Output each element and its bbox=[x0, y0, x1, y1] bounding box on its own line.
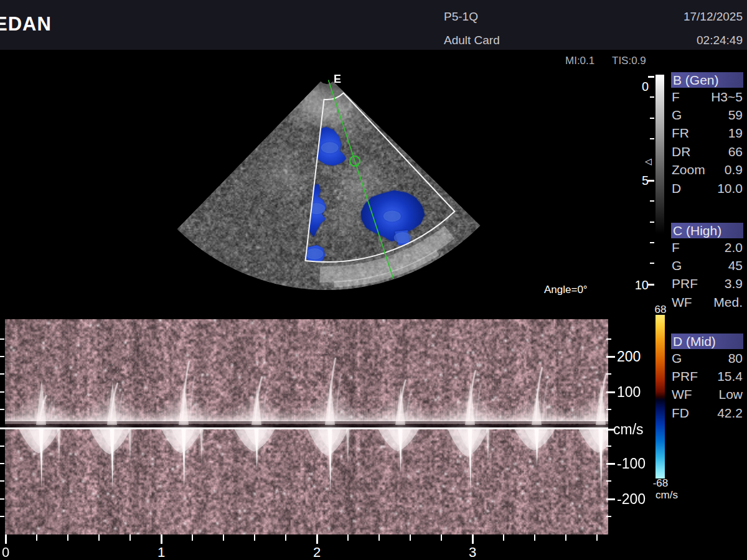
param-value: Low bbox=[718, 387, 743, 402]
param-label: WF bbox=[672, 387, 692, 402]
depth-major-tick bbox=[648, 180, 654, 182]
param-label: WF bbox=[672, 295, 692, 310]
velocity-left-tick bbox=[0, 356, 4, 357]
time-major-tick bbox=[472, 534, 474, 544]
velocity-label-200: 200 bbox=[617, 348, 641, 365]
system-time: 02:24:49 bbox=[697, 34, 743, 47]
time-minor-tick bbox=[192, 534, 193, 541]
velocity-left-tick bbox=[0, 516, 4, 517]
depth-label-0: 0 bbox=[627, 80, 649, 94]
time-label-3: 3 bbox=[469, 544, 476, 560]
velocity-minor-tick bbox=[606, 373, 611, 375]
param-label: G bbox=[672, 351, 682, 366]
spectral-doppler-trace[interactable] bbox=[5, 319, 608, 534]
velocity-left-tick bbox=[0, 338, 4, 340]
param-value: 42.2 bbox=[717, 406, 743, 421]
param-value: 2.0 bbox=[725, 240, 743, 255]
depth-minor-tick bbox=[650, 242, 654, 243]
ultrasound-screen: EDAN P5-1Q Adult Card 17/12/2025 02:24:4… bbox=[0, 0, 747, 560]
bmode-image[interactable] bbox=[159, 61, 495, 301]
param-c-f: F2.0 bbox=[671, 238, 743, 256]
param-d-prf: PRF15.4 bbox=[671, 367, 743, 385]
velocity-left-tick bbox=[0, 480, 4, 482]
time-minor-tick bbox=[596, 534, 598, 541]
panel-d: D (Mid)G80PRF15.4WFLowFD42.2 bbox=[671, 334, 743, 422]
depth-minor-tick bbox=[650, 222, 654, 223]
velocity-major-tick bbox=[606, 356, 615, 358]
depth-minor-tick bbox=[650, 138, 654, 139]
orientation-marker: E bbox=[334, 73, 341, 86]
param-label: F bbox=[672, 90, 680, 105]
param-b-g: G59 bbox=[671, 106, 743, 124]
velocity-left-tick bbox=[0, 446, 4, 447]
velocity-left-tick bbox=[0, 463, 4, 464]
param-c-wf: WFMed. bbox=[671, 293, 743, 311]
panel-b: B (Gen)FH3~5G59FR19DR66Zoom0.9D10.0 bbox=[671, 72, 743, 197]
time-minor-tick bbox=[36, 534, 37, 541]
velocity-minor-tick bbox=[606, 480, 611, 482]
param-label: FD bbox=[672, 406, 689, 421]
time-minor-tick bbox=[254, 534, 255, 541]
param-b-f: FH3~5 bbox=[671, 88, 743, 106]
time-minor-tick bbox=[565, 534, 566, 541]
time-minor-tick bbox=[129, 534, 131, 541]
param-d-g: G80 bbox=[671, 349, 743, 367]
param-label: G bbox=[672, 108, 682, 123]
velocity-left-tick bbox=[0, 391, 4, 393]
color-doppler-bar bbox=[655, 315, 665, 478]
param-label: PRF bbox=[672, 276, 698, 291]
top-bar: EDAN P5-1Q Adult Card 17/12/2025 02:24:4… bbox=[0, 0, 747, 50]
velocity-major-tick bbox=[606, 391, 615, 393]
depth-minor-tick bbox=[650, 263, 654, 264]
time-major-tick bbox=[5, 534, 7, 544]
doppler-angle-label: Angle=0° bbox=[544, 284, 588, 296]
param-label: FR bbox=[672, 126, 689, 141]
panel-c: C (High)F2.0G45PRF3.9WFMed. bbox=[671, 223, 743, 312]
system-date: 17/12/2025 bbox=[684, 10, 743, 24]
panel-d-title: D (Mid) bbox=[671, 334, 743, 349]
time-minor-tick bbox=[503, 534, 504, 541]
depth-major-tick bbox=[648, 284, 654, 286]
param-value: Med. bbox=[713, 295, 743, 310]
depth-label-10: 10 bbox=[627, 278, 649, 292]
panel-c-title: C (High) bbox=[671, 223, 743, 238]
depth-minor-tick bbox=[650, 96, 654, 98]
param-b-fr: FR19 bbox=[671, 124, 743, 142]
param-value: H3~5 bbox=[711, 90, 743, 105]
velocity-major-tick bbox=[606, 463, 615, 465]
param-b-dr: DR66 bbox=[671, 142, 743, 161]
velocity-label-cms: cm/s bbox=[613, 421, 644, 438]
param-label: G bbox=[672, 258, 682, 273]
time-major-tick bbox=[316, 534, 318, 544]
depth-minor-tick bbox=[650, 200, 654, 202]
time-label-2: 2 bbox=[313, 544, 321, 560]
colorbar-unit-label: cm/s bbox=[655, 489, 678, 502]
focus-marker-icon[interactable]: ◁ bbox=[645, 156, 652, 166]
param-value: 19 bbox=[728, 126, 743, 141]
time-label-0: 0 bbox=[2, 544, 9, 560]
spectral-baseline[interactable] bbox=[0, 427, 608, 429]
time-minor-tick bbox=[67, 534, 68, 541]
param-value: 59 bbox=[728, 108, 743, 123]
time-minor-tick bbox=[98, 534, 100, 541]
tis-index: TIS:0.9 bbox=[612, 55, 646, 67]
colorbar-min-label: -68 bbox=[649, 477, 672, 490]
param-b-zoom: Zoom0.9 bbox=[671, 161, 743, 179]
depth-label-5: 5 bbox=[627, 174, 649, 188]
param-value: 80 bbox=[728, 351, 743, 366]
exam-preset: Adult Card bbox=[444, 34, 500, 47]
time-major-tick bbox=[161, 534, 162, 544]
velocity-major-tick bbox=[606, 498, 615, 500]
time-minor-tick bbox=[534, 534, 535, 541]
mi-index: MI:0.1 bbox=[565, 55, 594, 67]
time-minor-tick bbox=[378, 534, 380, 541]
velocity-left-tick bbox=[0, 373, 4, 375]
param-d-wf: WFLow bbox=[671, 386, 743, 404]
time-minor-tick bbox=[285, 534, 286, 541]
time-label-1: 1 bbox=[157, 544, 165, 560]
param-d-fd: FD42.2 bbox=[671, 404, 743, 422]
param-value: 3.9 bbox=[725, 276, 743, 291]
colorbar-max-label: 68 bbox=[650, 304, 671, 316]
depth-minor-tick bbox=[650, 118, 654, 119]
time-minor-tick bbox=[441, 534, 442, 541]
